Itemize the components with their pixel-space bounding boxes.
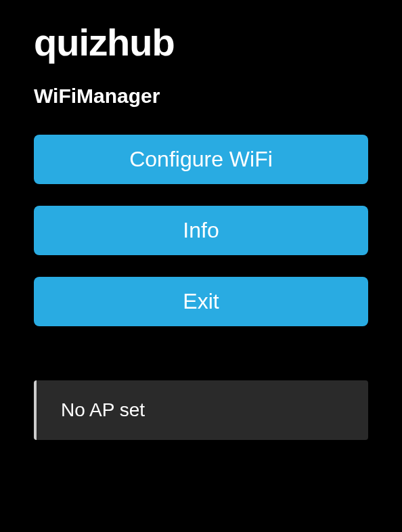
exit-button[interactable]: Exit — [34, 277, 368, 326]
page-subtitle: WiFiManager — [34, 85, 368, 108]
status-message-text: No AP set — [61, 399, 145, 420]
info-button[interactable]: Info — [34, 206, 368, 255]
status-message-box: No AP set — [34, 380, 368, 440]
configure-wifi-button[interactable]: Configure WiFi — [34, 135, 368, 184]
app-title: quizhub — [34, 20, 368, 64]
